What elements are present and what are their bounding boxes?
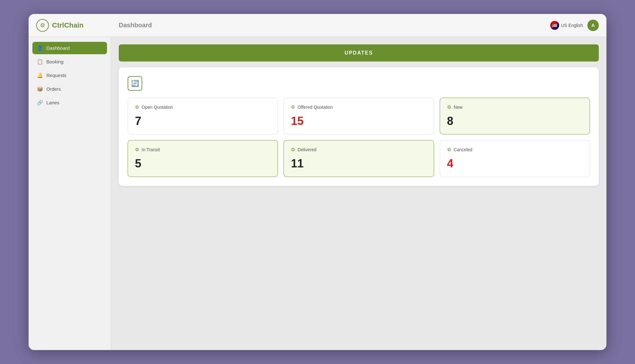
- sidebar-label-lanes: Lanes: [46, 100, 59, 105]
- dashboard-icon: 👤: [37, 45, 43, 51]
- stat-value-canceled: 4: [447, 157, 583, 170]
- updates-banner: UPDATES: [119, 44, 599, 62]
- refresh-icon: 🔄: [131, 80, 139, 87]
- stat-value-delivered: 11: [291, 157, 426, 170]
- sidebar-item-requests[interactable]: 🔔 Requests: [32, 69, 107, 81]
- content-area: UPDATES 🔄 ⚙ Open Quotation 7 ⚙ Offered Q…: [111, 37, 606, 350]
- stat-icon-in-transit: ⚙: [135, 147, 139, 153]
- stat-icon-open-quotation: ⚙: [135, 104, 139, 110]
- stat-header-delivered: ⚙ Delivered: [291, 147, 426, 153]
- top-bar: ⚙ CtrlChain Dashboard 🇺🇸 US English A: [29, 14, 606, 37]
- sidebar: 👤 Dashboard 📋 Booking 🔔 Requests 📦 Order…: [29, 37, 111, 350]
- sidebar-item-orders[interactable]: 📦 Orders: [32, 83, 107, 95]
- stat-header-canceled: ⚙ Canceled: [447, 147, 583, 153]
- stats-grid: ⚙ Open Quotation 7 ⚙ Offered Quotation 1…: [128, 98, 590, 177]
- refresh-button[interactable]: 🔄: [128, 76, 142, 91]
- page-title: Dashboard: [119, 22, 550, 29]
- stat-label-delivered: Delivered: [297, 147, 316, 152]
- requests-icon: 🔔: [37, 72, 43, 78]
- stat-header-in-transit: ⚙ In Transit: [135, 147, 271, 153]
- lang-label: US English: [561, 23, 583, 28]
- stat-label-new: New: [454, 105, 463, 110]
- booking-icon: 📋: [37, 59, 43, 65]
- stat-card-new[interactable]: ⚙ New 8: [440, 98, 590, 134]
- stat-header-open-quotation: ⚙ Open Quotation: [135, 104, 271, 110]
- stat-card-delivered[interactable]: ⚙ Delivered 11: [284, 140, 434, 177]
- sidebar-label-booking: Booking: [46, 59, 64, 64]
- stat-label-canceled: Canceled: [454, 147, 472, 152]
- app-name: CtrlChain: [52, 21, 84, 29]
- user-avatar[interactable]: A: [587, 20, 599, 31]
- lanes-icon: 🔗: [37, 100, 43, 106]
- app-shell: ⚙ CtrlChain Dashboard 🇺🇸 US English A 👤 …: [29, 14, 606, 350]
- stat-value-offered-quotation: 15: [291, 114, 426, 128]
- sidebar-label-dashboard: Dashboard: [46, 45, 70, 51]
- stat-card-canceled[interactable]: ⚙ Canceled 4: [440, 140, 590, 177]
- stat-value-open-quotation: 7: [135, 114, 271, 128]
- lang-selector[interactable]: 🇺🇸 US English: [550, 21, 583, 30]
- stat-card-open-quotation[interactable]: ⚙ Open Quotation 7: [128, 98, 278, 134]
- stat-icon-new: ⚙: [447, 104, 451, 110]
- sidebar-item-dashboard[interactable]: 👤 Dashboard: [32, 42, 107, 54]
- orders-icon: 📦: [37, 86, 43, 92]
- sidebar-label-orders: Orders: [46, 86, 61, 92]
- logo-icon: ⚙: [36, 19, 49, 32]
- stat-icon-offered-quotation: ⚙: [291, 104, 295, 110]
- stat-value-new: 8: [447, 114, 583, 128]
- logo-area: ⚙ CtrlChain: [36, 19, 119, 32]
- stat-header-new: ⚙ New: [447, 104, 583, 110]
- stat-label-offered-quotation: Offered Quotation: [297, 105, 333, 110]
- top-bar-right: 🇺🇸 US English A: [550, 20, 599, 31]
- main-layout: 👤 Dashboard 📋 Booking 🔔 Requests 📦 Order…: [29, 37, 606, 350]
- flag-icon: 🇺🇸: [550, 21, 559, 30]
- stat-header-offered-quotation: ⚙ Offered Quotation: [291, 104, 426, 110]
- stat-icon-canceled: ⚙: [447, 147, 451, 153]
- sidebar-item-booking[interactable]: 📋 Booking: [32, 55, 107, 68]
- stat-icon-delivered: ⚙: [291, 147, 295, 153]
- sidebar-item-lanes[interactable]: 🔗 Lanes: [32, 96, 107, 109]
- card-panel: 🔄 ⚙ Open Quotation 7 ⚙ Offered Quotation…: [119, 67, 599, 186]
- stat-label-in-transit: In Transit: [142, 147, 160, 152]
- stat-card-offered-quotation[interactable]: ⚙ Offered Quotation 15: [284, 98, 434, 134]
- stat-value-in-transit: 5: [135, 157, 271, 170]
- sidebar-label-requests: Requests: [46, 73, 66, 78]
- stat-label-open-quotation: Open Quotation: [142, 105, 173, 110]
- stat-card-in-transit[interactable]: ⚙ In Transit 5: [128, 140, 278, 177]
